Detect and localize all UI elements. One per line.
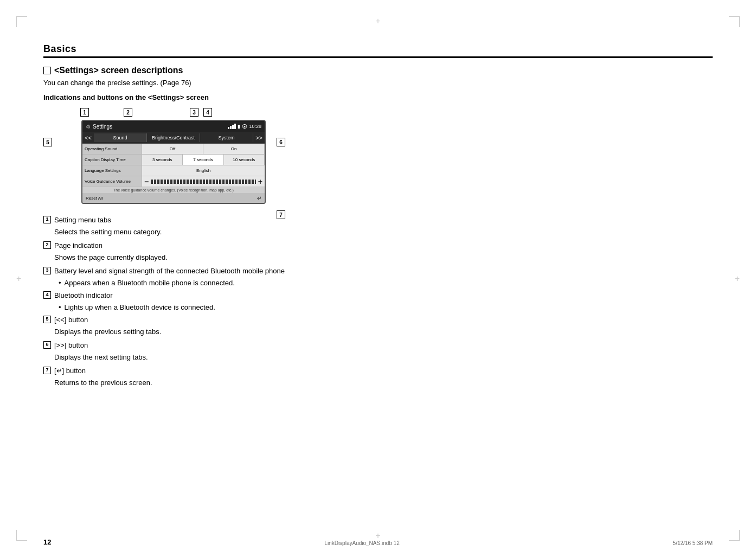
language-settings-label: Language Settings	[82, 165, 142, 176]
volume-label: Voice Guidance Volume	[82, 176, 142, 187]
footer-filename: LinkDisplayAudio_NAS.indb 12	[324, 540, 399, 546]
tab-sound[interactable]: Sound	[94, 133, 147, 142]
caption-display-label: Caption Display Time	[82, 155, 142, 165]
list-item-3-bullet-1: • Appears when a Bluetooth mobile phone …	[59, 278, 713, 289]
list-item-1: 1 Setting menu tabs	[43, 215, 713, 226]
signal-bars	[228, 124, 236, 129]
tab-system[interactable]: System	[200, 133, 253, 142]
volume-minus[interactable]: −	[144, 177, 149, 186]
num-label-3: 3	[190, 108, 198, 117]
list-item-6-title: [>>] button	[54, 340, 88, 351]
section-header: Basics	[43, 43, 713, 58]
volume-plus[interactable]: +	[258, 177, 262, 186]
caption-7sec[interactable]: 7 seconds	[183, 155, 223, 165]
hint-row: The voice guidance volume changes. (Voic…	[82, 187, 265, 193]
list-item-6-desc: Displays the next setting tabs.	[54, 352, 713, 363]
operating-sound-label: Operating Sound	[82, 144, 142, 154]
list-item-6: 6 [>>] button	[43, 340, 713, 351]
operating-sound-row: Operating Sound Off On	[82, 144, 265, 155]
list-item-2-desc: Shows the page currently displayed.	[54, 252, 713, 263]
bluetooth-icon-status: ⦿	[242, 124, 247, 130]
operating-sound-off[interactable]: Off	[142, 144, 203, 154]
list-item-5: 5 [<<] button	[43, 315, 713, 325]
list-item-7-desc: Returns to the previous screen.	[54, 377, 713, 388]
tab-bar: << Sound Brightness/Contrast System >>	[82, 132, 265, 144]
list-item-4-title: Bluetooth indicator	[54, 290, 113, 301]
page-container: + + + + Basics <Settings> screen descrip…	[0, 0, 756, 557]
corner-mark-br	[729, 530, 740, 541]
num-label-2: 2	[124, 108, 132, 117]
settings-label: Settings	[93, 124, 112, 130]
corner-mark-tr	[729, 16, 740, 27]
language-english[interactable]: English	[142, 165, 265, 176]
list-item-1-desc: Selects the setting menu category.	[54, 227, 713, 238]
footer-date: 5/12/16 5:38 PM	[673, 540, 713, 546]
time-display: 10:28	[249, 124, 261, 129]
corner-mark-bl	[16, 530, 27, 541]
list-item-4: 4 Bluetooth indicator	[43, 290, 713, 301]
tab-brightness[interactable]: Brightness/Contrast	[147, 133, 200, 142]
list-item-3-title: Battery level and signal strength of the…	[54, 266, 285, 277]
subtitle-text: You can change the precise settings. (Pa…	[43, 79, 713, 87]
volume-bars	[151, 180, 256, 184]
caption-10sec[interactable]: 10 seconds	[224, 155, 265, 165]
screen-mockup: ⚙ Settings ▮ ⦿ 10:28	[81, 120, 266, 204]
gear-icon: ⚙	[86, 124, 91, 130]
corner-mark-tl	[16, 16, 27, 27]
caption-3sec[interactable]: 3 seconds	[142, 155, 183, 165]
status-bar: ⚙ Settings ▮ ⦿ 10:28	[82, 121, 265, 132]
list-item-2: 2 Page indication	[43, 240, 713, 251]
subsection-title: <Settings> screen descriptions	[43, 66, 713, 75]
volume-row: Voice Guidance Volume − +	[82, 176, 265, 187]
section-title: Basics	[43, 43, 76, 54]
list-item-3: 3 Battery level and signal strength of t…	[43, 266, 713, 277]
reset-row: Reset All ↵	[82, 193, 265, 203]
checkbox-icon	[43, 67, 51, 74]
footer: 12 LinkDisplayAudio_NAS.indb 12 5/12/16 …	[43, 538, 713, 546]
subsection-title-text: <Settings> screen descriptions	[54, 66, 183, 75]
main-content: Basics <Settings> screen descriptions Yo…	[43, 43, 713, 514]
battery-icon: ▮	[238, 124, 240, 129]
list-item-1-title: Setting menu tabs	[54, 215, 111, 226]
settings-content: Operating Sound Off On Caption Display T…	[82, 144, 265, 203]
list-item-4-bullet-1: • Lights up when a Bluetooth device is c…	[59, 302, 713, 313]
crosshair-right: +	[735, 274, 740, 284]
crosshair-left: +	[16, 274, 21, 284]
screen-wrapper: 1 2 3 4 5	[43, 108, 277, 215]
list-item-7: 7 [↵] button	[43, 366, 713, 376]
tab-next-arrow[interactable]: >>	[253, 135, 265, 141]
list-item-5-desc: Displays the previous setting tabs.	[54, 326, 713, 337]
language-settings-row: Language Settings English	[82, 165, 265, 176]
tab-prev-arrow[interactable]: <<	[82, 135, 94, 141]
caption-display-row: Caption Display Time 3 seconds 7 seconds…	[82, 155, 265, 165]
page-number: 12	[43, 538, 51, 546]
reset-label[interactable]: Reset All	[82, 196, 257, 201]
num-label-1: 1	[80, 108, 89, 117]
list-item-2-title: Page indication	[54, 240, 102, 251]
indications-title: Indications and buttons on the <Settings…	[43, 93, 713, 101]
list-item-7-title: [↵] button	[54, 366, 86, 376]
back-button[interactable]: ↵	[257, 195, 265, 201]
list-item-5-title: [<<] button	[54, 315, 88, 325]
crosshair-top: +	[375, 16, 380, 26]
num-label-4: 4	[203, 108, 212, 117]
numbered-list: 1 Setting menu tabs Selects the setting …	[43, 215, 713, 388]
operating-sound-on[interactable]: On	[203, 144, 265, 154]
